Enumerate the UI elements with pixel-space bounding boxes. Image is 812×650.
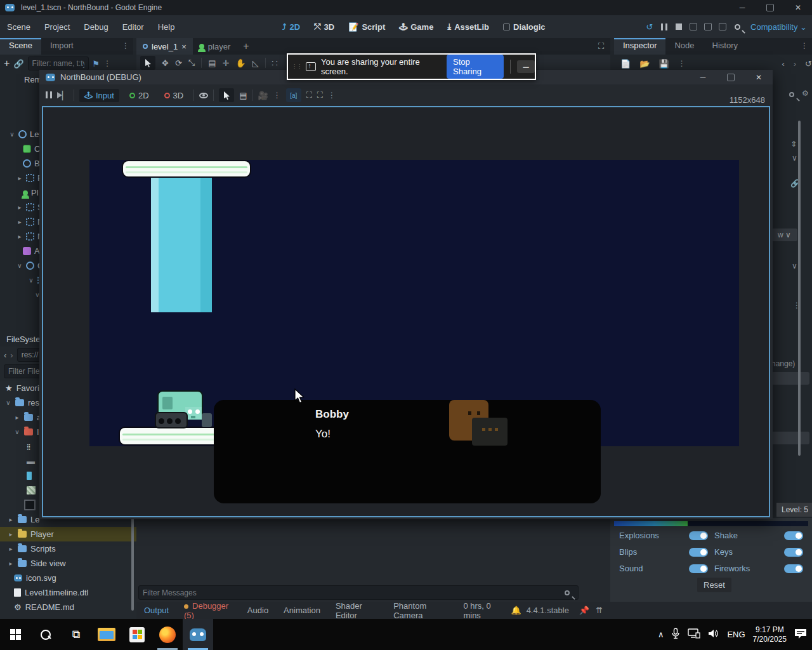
fs-item-player[interactable]: ▸Player [0, 527, 136, 541]
tab-import[interactable]: Import [41, 38, 82, 55]
ruler-tool-icon[interactable]: ◺ [252, 58, 259, 68]
tab-player[interactable]: player [193, 38, 237, 55]
embed-game-icon[interactable]: [a] [286, 88, 301, 102]
input-mode-button[interactable]: 🕹Input [79, 89, 119, 102]
game-camera-menu-icon[interactable]: ⋮ [273, 91, 281, 100]
tray-expand-icon[interactable]: ∧ [658, 630, 664, 639]
game-list-select-icon[interactable]: ▤ [239, 91, 247, 100]
scene-dock-menu-icon[interactable]: ⋮ [118, 38, 133, 55]
prop-expand-icon[interactable]: ⇕ [790, 140, 797, 149]
scene-filter-input[interactable] [28, 56, 89, 70]
menu-editor[interactable]: Editor [115, 22, 151, 32]
game-extra-menu-icon[interactable]: ⋮ [328, 91, 336, 100]
tab-scene[interactable]: Scene [0, 38, 41, 55]
movie-writer-icon[interactable] [703, 22, 713, 32]
tab-audio[interactable]: Audio [240, 606, 276, 615]
inspector-menu-icon[interactable]: ⋮ [797, 38, 812, 55]
game-select-tool[interactable] [219, 88, 234, 102]
scene-extra-menu-icon[interactable]: ⋮ [103, 59, 111, 68]
restore-button[interactable] [756, 0, 784, 15]
pivot-tool-icon[interactable]: ✛ [223, 58, 230, 68]
expand-panel-icon[interactable]: ⇈ [596, 606, 603, 615]
history-forward-icon[interactable]: › [794, 59, 796, 69]
shake-toggle[interactable] [784, 531, 803, 540]
workspace-assetlib[interactable]: ⤓AssetLib [442, 22, 495, 32]
fireworks-toggle[interactable] [784, 564, 803, 573]
add-node-button[interactable]: + [4, 58, 10, 69]
tab-phantom-camera[interactable]: Phantom Camera [386, 601, 455, 620]
tab-shader-editor[interactable]: Shader Editor [328, 601, 386, 620]
workspace-3d[interactable]: ⤲3D [308, 22, 340, 32]
instance-scene-button[interactable]: 🔗 [13, 59, 23, 69]
pause-button[interactable] [659, 22, 669, 32]
notification-bell-icon[interactable]: 🔔 [511, 606, 521, 615]
movie-maker-icon[interactable] [717, 22, 728, 32]
action-center-icon[interactable] [794, 628, 807, 641]
ms-store-button[interactable] [122, 619, 152, 650]
tab-inspector[interactable]: Inspector [614, 38, 665, 55]
volume-icon[interactable] [708, 628, 719, 640]
version-label[interactable]: 4.4.1.stable [527, 606, 569, 615]
keys-toggle[interactable] [784, 548, 803, 557]
fs-item-scripts[interactable]: ▸Scripts [0, 541, 136, 556]
tab-animation[interactable]: Animation [276, 606, 328, 615]
taskbar-search-button[interactable] [30, 619, 61, 650]
tab-close-icon[interactable]: × [181, 42, 187, 51]
new-resource-icon[interactable]: 📄 [620, 59, 631, 69]
menu-project[interactable]: Project [37, 22, 77, 32]
tab-history[interactable]: History [704, 38, 747, 55]
mode-2d-button[interactable]: 2D [124, 89, 154, 102]
hide-banner-button[interactable]: ─ [517, 60, 535, 73]
prop-change-button[interactable]: hange) [771, 359, 795, 368]
prop-collapse-icon[interactable]: ∨ [792, 154, 797, 162]
fs-forward-icon[interactable]: › [10, 350, 13, 360]
drag-handle[interactable]: ⋮⋮ [292, 65, 298, 68]
start-button[interactable] [0, 619, 30, 650]
tab-output[interactable]: Output [136, 606, 176, 615]
tab-debugger[interactable]: Debugger (5) [176, 601, 240, 620]
save-resource-icon[interactable]: 💾 [658, 59, 669, 69]
expand-editor-icon[interactable]: ⛶ [598, 41, 604, 51]
workspace-2d[interactable]: ⤴2D [277, 22, 306, 32]
inspector-search-icon[interactable] [789, 90, 794, 99]
fs-item-readme[interactable]: ⚙README.md [0, 600, 136, 614]
inspector-scrollbar[interactable] [798, 121, 801, 456]
scale-tool-icon[interactable]: ⤡ [188, 58, 195, 68]
move-tool-icon[interactable]: ✥ [162, 58, 169, 68]
fs-back-icon[interactable]: ‹ [4, 350, 6, 360]
select-tool-button[interactable] [140, 56, 155, 70]
prop-dropdown[interactable]: w ∨ [771, 229, 797, 241]
snap-toggle-icon[interactable]: ⸬ [272, 58, 278, 68]
fullscreen-icon[interactable]: ⛶ [317, 90, 323, 100]
firefox-button[interactable] [152, 619, 183, 650]
menu-scene[interactable]: Scene [0, 22, 37, 32]
explosions-toggle[interactable] [689, 531, 708, 540]
godot-taskbar-button[interactable] [183, 619, 213, 650]
game-pause-icon[interactable] [46, 91, 52, 100]
taskbar-clock[interactable]: 9:17 PM 7/20/2025 [753, 625, 787, 644]
task-view-button[interactable]: ⧉ [61, 619, 91, 650]
scene-tree-options-icon[interactable]: ⚑ [93, 59, 100, 69]
prop-button[interactable] [771, 372, 809, 385]
game-camera-icon[interactable]: 🎥 [258, 91, 268, 100]
remote-debug-icon[interactable] [688, 22, 698, 32]
profiler-icon[interactable] [732, 22, 742, 32]
minimize-button[interactable]: ─ [728, 0, 756, 15]
menu-help[interactable]: Help [151, 22, 182, 32]
resource-menu-icon[interactable]: ⋮ [678, 59, 686, 68]
rotate-tool-icon[interactable]: ⟳ [175, 58, 182, 68]
reset-button[interactable]: Reset [697, 578, 731, 592]
prop-dropdown-arrow[interactable]: ∨ [792, 262, 797, 270]
tab-node[interactable]: Node [665, 38, 703, 55]
close-button[interactable]: ✕ [784, 0, 812, 15]
fs-item-timeline[interactable]: Level1timeline.dtl [0, 585, 136, 600]
sound-toggle[interactable] [689, 564, 708, 573]
filter-messages-input[interactable] [138, 585, 579, 600]
microphone-icon[interactable] [671, 628, 680, 641]
game-close-button[interactable]: ✕ [745, 70, 773, 85]
fs-item-side-view[interactable]: ▸Side view [0, 556, 136, 571]
new-tab-button[interactable]: + [237, 41, 255, 52]
tab-level-1[interactable]: level_1 × [136, 38, 193, 55]
game-next-frame-icon[interactable]: ▏ [57, 91, 69, 100]
menu-debug[interactable]: Debug [77, 22, 115, 32]
